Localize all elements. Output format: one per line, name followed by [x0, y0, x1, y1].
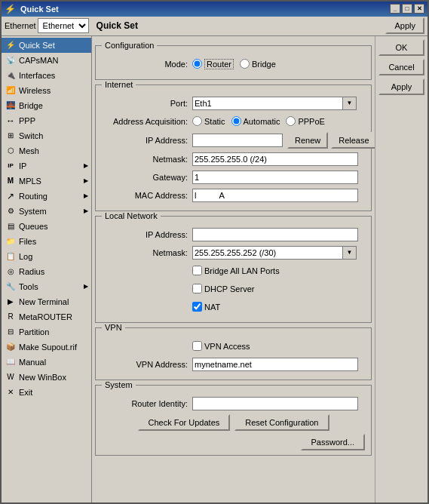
reset-config-button[interactable]: Reset Configuration [234, 414, 329, 431]
mode-label: Mode: [102, 60, 192, 69]
mode-router-option[interactable]: Router [192, 59, 234, 69]
ok-button[interactable]: OK [378, 39, 424, 56]
vpn-address-row: VPN Address: [102, 357, 365, 372]
interfaces-icon [5, 69, 17, 81]
sidebar-item-make-supout[interactable]: Make Supout.rif [2, 340, 91, 355]
sidebar-item-exit[interactable]: Exit [2, 385, 91, 400]
password-button[interactable]: Password... [301, 434, 365, 450]
sidebar-item-files[interactable]: Files [2, 234, 91, 249]
title-text: Quick Set [20, 5, 59, 14]
app-window: ⚡ Quick Set _ □ ✕ Ethernet Ethernet Quic… [0, 0, 429, 504]
sidebar-item-bridge[interactable]: Bridge [2, 98, 91, 113]
sidebar-item-mesh[interactable]: Mesh [2, 143, 91, 158]
sidebar-item-routing[interactable]: Routing ▶ [2, 189, 91, 204]
local-netmask-arrow[interactable]: ▼ [343, 246, 357, 260]
mode-row: Mode: Router Bridge [102, 57, 365, 72]
sidebar-item-system[interactable]: System ▶ [2, 204, 91, 219]
sidebar-label-tools: Tools [19, 282, 38, 291]
tools-icon [5, 281, 17, 293]
acq-automatic-option[interactable]: Automatic [231, 116, 280, 126]
sidebar-label-interfaces: Interfaces [19, 71, 55, 80]
sidebar-item-switch[interactable]: Switch [2, 128, 91, 143]
sidebar-item-log[interactable]: Log [2, 249, 91, 264]
internet-netmask-input[interactable] [192, 152, 358, 166]
mpls-icon [5, 175, 17, 187]
sidebar-label-ip: IP [19, 161, 26, 171]
acq-pppoe-radio[interactable] [286, 116, 296, 126]
sidebar-item-tools[interactable]: Tools ▶ [2, 279, 91, 294]
bridge-all-option[interactable]: Bridge All LAN Ports [192, 266, 280, 275]
maximize-button[interactable]: □ [402, 4, 412, 14]
local-netmask-input[interactable] [192, 246, 343, 260]
ip-icon [5, 160, 17, 172]
mode-bridge-option[interactable]: Bridge [240, 59, 276, 69]
sidebar-item-manual[interactable]: Manual [2, 355, 91, 370]
vpn-section: VPN VPN Access VPN Address: [95, 327, 372, 380]
internet-netmask-row: Netmask: [102, 152, 365, 167]
acq-static-radio[interactable] [192, 116, 202, 126]
content-area: Configuration Mode: Router Bridge [92, 36, 375, 502]
sidebar-item-ip[interactable]: IP ▶ [2, 158, 91, 174]
vpn-access-option[interactable]: VPN Access [192, 341, 250, 351]
sidebar-item-interfaces[interactable]: Interfaces [2, 68, 91, 83]
minimize-button[interactable]: _ [390, 4, 400, 14]
sidebar-item-new-winbox[interactable]: New WinBox [2, 370, 91, 385]
router-identity-input[interactable] [192, 397, 358, 410]
sidebar-item-partition[interactable]: Partition [2, 324, 91, 340]
system-content: Router Identity: Check For Updates Reset… [96, 389, 371, 455]
sidebar-item-mpls[interactable]: MPLS ▶ [2, 174, 91, 189]
close-button[interactable]: ✕ [414, 4, 424, 14]
mac-input[interactable] [192, 189, 358, 202]
sidebar-label-routing: Routing [19, 192, 47, 201]
internet-content: Port: ▼ Address Acquisition: Static [96, 88, 371, 211]
log-icon [5, 250, 17, 263]
sidebar-item-radius[interactable]: Radius [2, 264, 91, 279]
local-ip-input[interactable] [192, 228, 358, 241]
gateway-input[interactable] [192, 171, 358, 184]
vpn-address-label: VPN Address: [102, 360, 192, 369]
internet-ip-label: IP Address: [102, 136, 192, 145]
acq-pppoe-label: PPPoE [298, 117, 324, 126]
bridge-all-row: Bridge All LAN Ports [102, 263, 365, 278]
acq-static-option[interactable]: Static [192, 116, 225, 126]
acq-automatic-radio[interactable] [231, 116, 241, 126]
renew-button[interactable]: Renew [287, 132, 328, 149]
dhcp-checkbox[interactable] [192, 284, 202, 293]
dhcp-option[interactable]: DHCP Server [192, 284, 254, 293]
bridge-all-checkbox[interactable] [192, 266, 202, 275]
toolbar-apply-button[interactable]: Apply [385, 17, 424, 34]
mac-row: MAC Address: [102, 188, 365, 203]
sidebar-item-metarouter[interactable]: MetaROUTER [2, 309, 91, 324]
sidebar-label-queues: Queues [19, 222, 48, 231]
sidebar-item-queues[interactable]: Queues [2, 219, 91, 234]
nat-option[interactable]: NAT [192, 302, 220, 312]
acq-radio-group: Static Automatic PPPoE [192, 116, 325, 126]
mode-bridge-radio[interactable] [240, 59, 250, 69]
sidebar-item-quickset[interactable]: Quick Set [2, 38, 91, 53]
vpn-address-input[interactable] [192, 358, 358, 371]
mode-router-radio[interactable] [192, 59, 202, 69]
release-button[interactable]: Release [331, 132, 375, 149]
dhcp-row: DHCP Server [102, 281, 365, 297]
toolbar-dropdown[interactable]: Ethernet [38, 18, 89, 33]
check-updates-button[interactable]: Check For Updates [138, 414, 231, 431]
sidebar-item-wireless[interactable]: Wireless [2, 83, 91, 98]
sidebar-item-ppp[interactable]: PPP [2, 113, 91, 128]
apply-button[interactable]: Apply [378, 78, 424, 95]
quickset-icon [5, 39, 17, 51]
nat-checkbox[interactable] [192, 302, 202, 312]
cancel-button[interactable]: Cancel [378, 59, 424, 75]
acq-pppoe-option[interactable]: PPPoE [286, 116, 324, 126]
sidebar-item-new-terminal[interactable]: New Terminal [2, 294, 91, 309]
bridge-all-label: Bridge All LAN Ports [204, 266, 280, 275]
vpn-access-checkbox[interactable] [192, 341, 202, 351]
mode-radio-group: Router Bridge [192, 59, 276, 69]
port-input[interactable] [192, 97, 343, 110]
sidebar-item-capsman[interactable]: CAPsMAN [2, 53, 91, 68]
gateway-label: Gateway: [102, 173, 192, 182]
radius-icon [5, 266, 17, 278]
port-dropdown-arrow[interactable]: ▼ [343, 97, 357, 110]
main-layout: Quick Set CAPsMAN Interfaces Wireless Br… [2, 36, 427, 502]
address-acq-row: Address Acquisition: Static Automatic [102, 114, 365, 129]
internet-ip-input[interactable] [192, 134, 283, 147]
